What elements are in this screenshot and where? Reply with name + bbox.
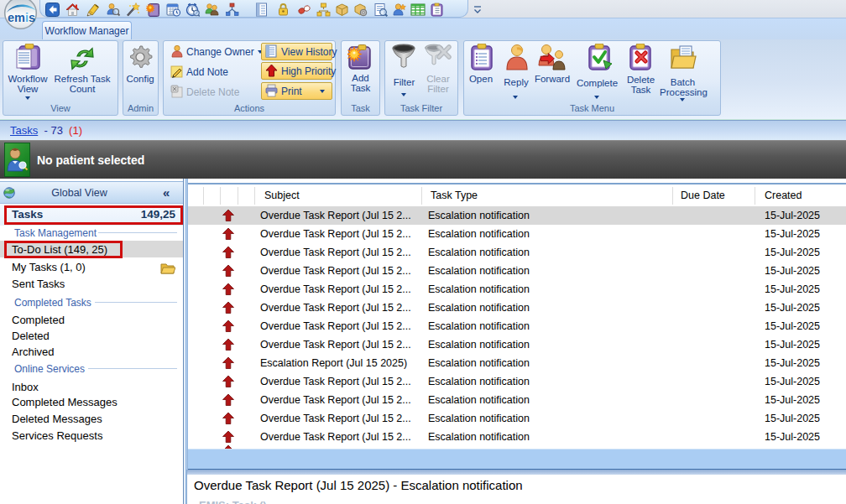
svg-text:emis: emis xyxy=(8,11,35,24)
